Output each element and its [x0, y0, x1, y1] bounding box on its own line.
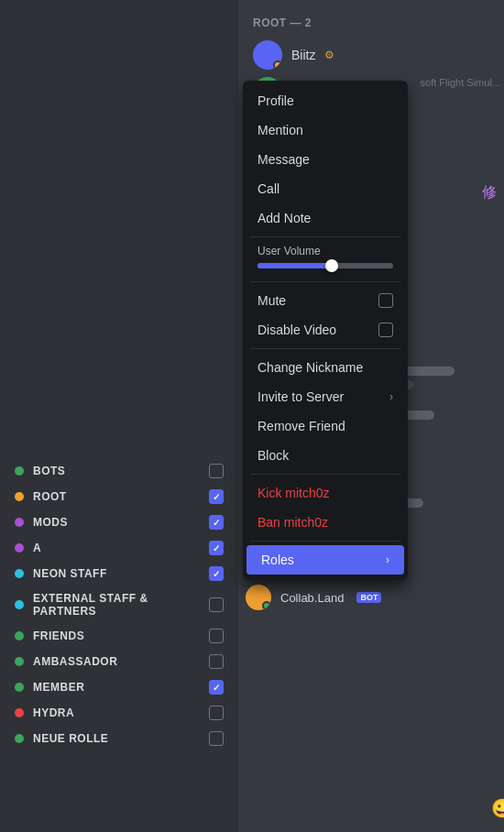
sidebar-item-neue-rolle[interactable]: neue Rolle: [0, 726, 238, 751]
separator-2: [250, 281, 400, 282]
sidebar-dot-2: [15, 518, 24, 527]
sidebar-checkbox-7[interactable]: [209, 654, 224, 669]
sidebar-item-friends[interactable]: FRIENDS: [0, 623, 238, 649]
sidebar-dot-10: [15, 734, 24, 743]
sidebar-checkbox-9[interactable]: [209, 706, 224, 720]
sidebar-dot-8: [15, 683, 24, 692]
invite-chevron-icon: ›: [389, 390, 393, 403]
separator-1: [250, 236, 400, 237]
volume-slider-container: User Volume: [243, 241, 408, 278]
sidebar-label-2: MODS: [33, 516, 209, 529]
sidebar-item-ambassador[interactable]: AMBASSADOR: [0, 649, 238, 674]
emoji-button[interactable]: 😀: [491, 794, 504, 823]
menu-item-kick[interactable]: Kick mitch0z: [243, 478, 408, 508]
sidebar-item-member[interactable]: MEMBER: [0, 674, 238, 700]
sidebar-checkbox-1[interactable]: [209, 489, 224, 504]
sidebar-label-6: FRIENDS: [33, 629, 209, 642]
sidebar-checkbox-2[interactable]: [209, 515, 224, 530]
sidebar-label-5: EXTERNAL STAFF & PARTNERS: [33, 592, 209, 618]
menu-item-remove-friend[interactable]: Remove Friend: [243, 411, 408, 441]
sidebar-label-1: ROOT: [33, 490, 209, 503]
volume-slider-fill: [257, 263, 332, 268]
collab-land-name: Collab.Land: [280, 591, 344, 605]
menu-item-roles[interactable]: Roles ›: [247, 545, 404, 575]
partner-icon: ⚙: [324, 49, 334, 61]
kanji-decoration: 修: [482, 183, 497, 203]
separator-4: [250, 474, 400, 475]
sidebar-dot-5: [15, 600, 24, 609]
sidebar-label-3: α: [33, 542, 209, 554]
sidebar-dot-7: [15, 657, 24, 666]
user-row-biitz: Biitz ⚙: [238, 37, 504, 73]
sidebar-checkbox-5[interactable]: [209, 597, 224, 612]
sidebar-dot-1: [15, 492, 24, 501]
sidebar-dot-0: [15, 466, 24, 476]
sidebar-label-9: Hydra: [33, 706, 209, 719]
volume-label: User Volume: [257, 245, 393, 257]
sidebar-item-external-staff---partners[interactable]: EXTERNAL STAFF & PARTNERS: [0, 586, 238, 623]
sidebar-label-0: Bots: [33, 465, 209, 477]
separator-3: [250, 348, 400, 349]
sidebar-label-4: NEON STAFF: [33, 567, 209, 580]
menu-item-invite-to-server[interactable]: Invite to Server ›: [243, 382, 408, 411]
username-biitz: Biitz: [291, 48, 315, 62]
sidebar-dot-6: [15, 631, 24, 640]
menu-item-block[interactable]: Block: [243, 441, 408, 470]
menu-item-disable-video[interactable]: Disable Video: [243, 315, 408, 345]
sidebar-checkbox-3[interactable]: [209, 541, 224, 555]
sidebar-item-hydra[interactable]: Hydra: [0, 700, 238, 726]
volume-slider-thumb[interactable]: [325, 259, 338, 272]
collab-land-row: Collab.Land BOT: [246, 585, 497, 610]
sidebar-item-root[interactable]: ROOT: [0, 484, 238, 509]
mute-checkbox[interactable]: [378, 293, 393, 308]
sidebar-label-8: MEMBER: [33, 681, 209, 694]
sidebar-checkbox-8[interactable]: [209, 680, 224, 695]
root-section-header: ROOT — 2: [238, 9, 504, 37]
collab-land-status: [262, 601, 271, 610]
menu-item-mute[interactable]: Mute: [243, 286, 408, 315]
sidebar-dot-9: [15, 708, 24, 717]
sidebar-checkbox-4[interactable]: [209, 566, 224, 581]
roles-chevron-icon: ›: [386, 553, 389, 566]
menu-item-change-nickname[interactable]: Change Nickname: [243, 353, 408, 382]
sidebar-label-7: AMBASSADOR: [33, 655, 209, 668]
menu-item-mention[interactable]: Mention: [243, 115, 408, 145]
bot-badge: BOT: [356, 592, 381, 603]
sidebar-checkbox-0[interactable]: [209, 464, 224, 478]
volume-slider-track[interactable]: [257, 263, 393, 268]
sidebar-item-mods[interactable]: MODS: [0, 509, 238, 535]
menu-item-ban[interactable]: Ban mitch0z: [243, 508, 408, 537]
app-label: soft Flight Simul...: [417, 73, 504, 92]
sidebar-checkbox-10[interactable]: [209, 731, 224, 746]
menu-item-add-note[interactable]: Add Note: [243, 203, 408, 233]
sidebar-item-neon-staff[interactable]: NEON STAFF: [0, 561, 238, 586]
menu-item-call[interactable]: Call: [243, 174, 408, 203]
sidebar: BotsROOTMODSαNEON STAFFEXTERNAL STAFF & …: [0, 0, 238, 832]
collab-land-avatar: [246, 585, 271, 610]
sidebar-item--[interactable]: α: [0, 535, 238, 561]
context-menu: Profile Mention Message Call Add Note Us…: [243, 81, 408, 580]
avatar-biitz: [253, 40, 282, 70]
separator-5: [250, 541, 400, 542]
sidebar-label-10: neue Rolle: [33, 732, 209, 745]
sidebar-item-bots[interactable]: Bots: [0, 458, 238, 484]
bottom-bar: 😀: [477, 784, 504, 832]
sidebar-dot-4: [15, 569, 24, 578]
status-dot-biitz: [273, 60, 282, 70]
sidebar-checkbox-6[interactable]: [209, 629, 224, 643]
menu-item-message[interactable]: Message: [243, 145, 408, 174]
disable-video-checkbox[interactable]: [378, 323, 393, 337]
sidebar-dot-3: [15, 543, 24, 553]
menu-item-profile[interactable]: Profile: [243, 86, 408, 115]
